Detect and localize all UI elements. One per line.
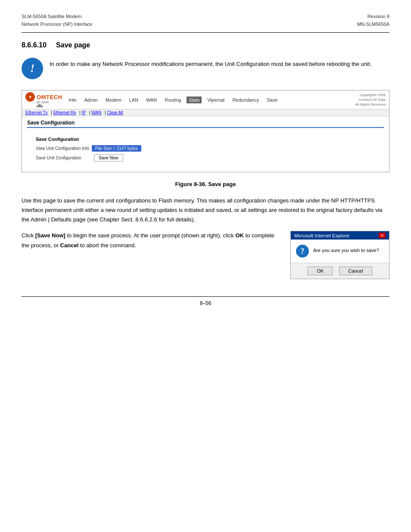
- view-config-row: View Unit Configuration Info File Size =…: [36, 145, 375, 152]
- section-title: 8.6.6.10 Save page: [22, 41, 389, 49]
- dialog-question-icon: ?: [296, 245, 309, 258]
- bars-icon: [37, 104, 49, 107]
- dialog-title-bar: Microsoft Internet Explorer ✕: [291, 231, 389, 240]
- nav-redundancy[interactable]: Redundancy: [230, 96, 261, 103]
- sub-nav: Ethernet Tx | Ethernet Rx | IP | WAN | C…: [22, 109, 389, 116]
- section-name: Save page: [56, 41, 90, 49]
- para2-end: to abort the command.: [78, 242, 136, 249]
- file-size-badge: File Size = 2147 bytes: [92, 145, 141, 152]
- dialog-buttons: OK Cancel: [291, 263, 389, 279]
- header-line1: SLM-5650A Satellite Modem: [22, 13, 92, 21]
- nav-lan[interactable]: LAN: [127, 96, 140, 103]
- dialog-ok-button[interactable]: OK: [308, 267, 333, 275]
- dialog-title: Microsoft Internet Explorer: [294, 233, 350, 238]
- nav-info[interactable]: Info: [66, 96, 78, 103]
- para2-prefix: Click: [22, 232, 35, 239]
- nav-wan[interactable]: WAN: [144, 96, 159, 103]
- page-content: Save Configuration Save Configuration Vi…: [22, 116, 389, 172]
- page-header: SLM-5650A Satellite Modem Network Proces…: [22, 13, 389, 28]
- dialog-message: Are you sure you wish to save?: [313, 245, 379, 254]
- section-number: 8.6.6.10: [22, 41, 47, 49]
- notice-text: In order to make any Network Processor m…: [50, 58, 371, 69]
- subnav-eth-rx[interactable]: Ethernet Rx: [53, 110, 76, 115]
- logo-subtext: EF DATA: [25, 101, 49, 107]
- logo: OMTECH EF DATA: [25, 92, 62, 107]
- nav-copyright: Copyright© 2008Comtech EF DataAll Rights…: [355, 93, 386, 107]
- nav-admin[interactable]: Admin: [82, 96, 100, 103]
- para2-bold2: OK: [235, 232, 244, 239]
- subnav-ip[interactable]: IP: [82, 110, 86, 115]
- nav-bar: OMTECH EF DATA Info Admin Modem LAN WAN …: [22, 90, 389, 109]
- nav-routing[interactable]: Routing: [162, 96, 183, 103]
- body-para1: Use this page to save the current unit c…: [22, 196, 389, 224]
- para2-bold3: Cancel: [60, 242, 79, 249]
- notice-box: ! In order to make any Network Processor…: [22, 58, 389, 79]
- dialog-close-button[interactable]: ✕: [379, 233, 386, 238]
- body-para2: Click [Save Now] to begin the save proce…: [22, 231, 282, 250]
- screenshot-container: OMTECH EF DATA Info Admin Modem LAN WAN …: [22, 90, 389, 172]
- notice-icon: !: [22, 58, 43, 79]
- page-section-title: Save Configuration: [27, 120, 384, 128]
- logo-icon: [25, 92, 35, 102]
- para2-mid: to begin the save process. At the user p…: [65, 232, 236, 239]
- nav-modem[interactable]: Modem: [103, 96, 124, 103]
- logo-text: OMTECH: [37, 94, 62, 100]
- nav-stats[interactable]: Stats: [187, 96, 202, 103]
- save-unit-label: Save Unit Configuration: [36, 156, 92, 160]
- save-now-button[interactable]: Save Now: [94, 154, 123, 162]
- dialog-box: Microsoft Internet Explorer ✕ ? Are you …: [290, 231, 389, 279]
- header-model: MN-SLM5650A: [357, 21, 389, 28]
- content-with-dialog: Click [Save Now] to begin the save proce…: [22, 231, 389, 279]
- nav-save[interactable]: Save: [265, 96, 280, 103]
- view-config-label: View Unit Configuration Info: [36, 146, 92, 151]
- body-para1-text: Use this page to save the current unit c…: [22, 197, 383, 223]
- nav-items: Info Admin Modem LAN WAN Routing Stats V…: [66, 96, 280, 103]
- save-unit-row: Save Unit Configuration Save Now: [36, 154, 375, 162]
- bottom-divider: [22, 296, 389, 297]
- dialog-body: ? Are you sure you wish to save?: [291, 240, 389, 263]
- top-divider: [22, 32, 389, 33]
- footer-page-number: 8–56: [22, 300, 389, 306]
- subnav-eth-tx[interactable]: Ethernet Tx: [25, 110, 48, 115]
- subnav-wan[interactable]: WAN: [91, 110, 101, 115]
- header-rev: Revision 8: [357, 13, 389, 21]
- figure-caption: Figure 8-36. Save page: [22, 181, 389, 187]
- save-config-inner: Save Configuration View Unit Configurati…: [27, 132, 384, 168]
- nav-vipersat[interactable]: Vipersat: [205, 96, 227, 103]
- header-right: Revision 8 MN-SLM5650A: [357, 13, 389, 28]
- subnav-clear[interactable]: Clear All: [107, 110, 123, 115]
- save-config-title: Save Configuration: [36, 137, 375, 142]
- dialog-cancel-button[interactable]: Cancel: [339, 267, 372, 275]
- header-line2: Network Processor (NP) Interface: [22, 21, 92, 28]
- header-left: SLM-5650A Satellite Modem Network Proces…: [22, 13, 92, 28]
- para2-bold1: [Save Now]: [35, 232, 65, 239]
